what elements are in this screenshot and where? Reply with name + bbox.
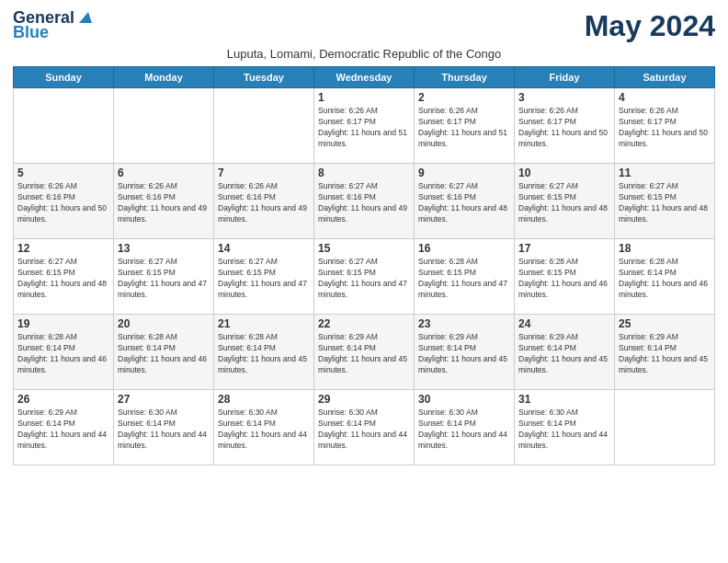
day-number: 27 [118,393,210,406]
day-number: 9 [418,167,510,179]
day-info: Sunrise: 6:27 AMSunset: 6:15 PMDaylight:… [518,181,610,225]
table-row: 7Sunrise: 6:26 AMSunset: 6:16 PMDaylight… [214,164,314,239]
calendar-table: Sunday Monday Tuesday Wednesday Thursday… [13,66,715,465]
col-monday: Monday [114,67,214,88]
table-row: 31Sunrise: 6:30 AMSunset: 6:14 PMDayligh… [515,390,615,465]
table-row [615,390,715,465]
table-row: 18Sunrise: 6:28 AMSunset: 6:14 PMDayligh… [615,239,715,315]
day-info: Sunrise: 6:28 AMSunset: 6:14 PMDaylight:… [118,332,210,376]
day-number: 17 [518,242,610,255]
day-info: Sunrise: 6:26 AMSunset: 6:17 PMDaylight:… [418,106,510,150]
day-number: 4 [619,91,711,104]
day-number: 8 [318,167,410,179]
day-number: 30 [418,393,510,406]
table-row: 5Sunrise: 6:26 AMSunset: 6:16 PMDaylight… [14,164,114,239]
day-info: Sunrise: 6:26 AMSunset: 6:17 PMDaylight:… [318,106,410,150]
day-number: 23 [418,317,510,330]
table-row: 4Sunrise: 6:26 AMSunset: 6:17 PMDaylight… [615,88,715,164]
day-info: Sunrise: 6:30 AMSunset: 6:14 PMDaylight:… [218,408,310,452]
day-info: Sunrise: 6:27 AMSunset: 6:16 PMDaylight:… [318,181,410,225]
logo-triangle-icon [75,8,92,25]
day-info: Sunrise: 6:29 AMSunset: 6:14 PMDaylight:… [418,332,510,376]
day-number: 6 [118,167,210,179]
header: General Blue May 2024 [13,9,715,43]
day-number: 31 [518,393,610,406]
day-number: 29 [318,393,410,406]
table-row: 23Sunrise: 6:29 AMSunset: 6:14 PMDayligh… [415,315,515,390]
table-row: 30Sunrise: 6:30 AMSunset: 6:14 PMDayligh… [415,390,515,465]
table-row: 26Sunrise: 6:29 AMSunset: 6:14 PMDayligh… [14,390,114,465]
day-number: 10 [518,167,610,179]
table-row: 19Sunrise: 6:28 AMSunset: 6:14 PMDayligh… [14,315,114,390]
table-row: 21Sunrise: 6:28 AMSunset: 6:14 PMDayligh… [214,315,314,390]
table-row: 27Sunrise: 6:30 AMSunset: 6:14 PMDayligh… [114,390,214,465]
table-row: 13Sunrise: 6:27 AMSunset: 6:15 PMDayligh… [114,239,214,315]
col-sunday: Sunday [14,67,114,88]
day-number: 3 [518,91,610,104]
day-info: Sunrise: 6:30 AMSunset: 6:14 PMDaylight:… [518,408,610,452]
table-row [114,88,214,164]
day-info: Sunrise: 6:30 AMSunset: 6:14 PMDaylight:… [318,408,410,452]
day-info: Sunrise: 6:27 AMSunset: 6:15 PMDaylight:… [118,257,210,301]
calendar-week-3: 12Sunrise: 6:27 AMSunset: 6:15 PMDayligh… [14,239,715,315]
day-number: 13 [118,242,210,255]
table-row: 16Sunrise: 6:28 AMSunset: 6:15 PMDayligh… [415,239,515,315]
day-number: 26 [17,393,109,406]
calendar-week-1: 1Sunrise: 6:26 AMSunset: 6:17 PMDaylight… [14,88,715,164]
table-row: 8Sunrise: 6:27 AMSunset: 6:16 PMDaylight… [314,164,415,239]
table-row: 22Sunrise: 6:29 AMSunset: 6:14 PMDayligh… [314,315,415,390]
day-number: 28 [218,393,310,406]
day-info: Sunrise: 6:30 AMSunset: 6:14 PMDaylight:… [418,408,510,452]
table-row: 3Sunrise: 6:26 AMSunset: 6:17 PMDaylight… [515,88,615,164]
calendar-header-row: Sunday Monday Tuesday Wednesday Thursday… [14,67,715,88]
page: General Blue May 2024 Luputa, Lomami, De… [0,0,728,563]
table-row: 6Sunrise: 6:26 AMSunset: 6:16 PMDaylight… [114,164,214,239]
table-row [214,88,314,164]
col-thursday: Thursday [415,67,515,88]
day-number: 2 [418,91,510,104]
col-wednesday: Wednesday [314,67,415,88]
table-row: 2Sunrise: 6:26 AMSunset: 6:17 PMDaylight… [415,88,515,164]
day-number: 25 [619,317,711,330]
day-number: 24 [518,317,610,330]
day-number: 16 [418,242,510,255]
day-number: 20 [118,317,210,330]
table-row: 1Sunrise: 6:26 AMSunset: 6:17 PMDaylight… [314,88,415,164]
table-row: 10Sunrise: 6:27 AMSunset: 6:15 PMDayligh… [515,164,615,239]
day-info: Sunrise: 6:26 AMSunset: 6:17 PMDaylight:… [518,106,610,150]
calendar-week-2: 5Sunrise: 6:26 AMSunset: 6:16 PMDaylight… [14,164,715,239]
day-info: Sunrise: 6:27 AMSunset: 6:15 PMDaylight:… [619,181,711,225]
day-info: Sunrise: 6:28 AMSunset: 6:15 PMDaylight:… [418,257,510,301]
table-row: 20Sunrise: 6:28 AMSunset: 6:14 PMDayligh… [114,315,214,390]
table-row: 15Sunrise: 6:27 AMSunset: 6:15 PMDayligh… [314,239,415,315]
table-row: 11Sunrise: 6:27 AMSunset: 6:15 PMDayligh… [615,164,715,239]
table-row: 12Sunrise: 6:27 AMSunset: 6:15 PMDayligh… [14,239,114,315]
day-number: 12 [17,242,109,255]
calendar-week-5: 26Sunrise: 6:29 AMSunset: 6:14 PMDayligh… [14,390,715,465]
day-info: Sunrise: 6:26 AMSunset: 6:16 PMDaylight:… [17,181,109,225]
month-title: May 2024 [585,9,715,43]
day-info: Sunrise: 6:27 AMSunset: 6:15 PMDaylight:… [318,257,410,301]
day-number: 1 [318,91,410,104]
day-info: Sunrise: 6:28 AMSunset: 6:14 PMDaylight:… [218,332,310,376]
day-info: Sunrise: 6:28 AMSunset: 6:14 PMDaylight:… [619,257,711,301]
day-number: 19 [17,317,109,330]
subtitle: Luputa, Lomami, Democratic Republic of t… [13,47,715,61]
day-info: Sunrise: 6:29 AMSunset: 6:14 PMDaylight:… [318,332,410,376]
day-number: 15 [318,242,410,255]
day-number: 7 [218,167,310,179]
day-number: 21 [218,317,310,330]
day-number: 18 [619,242,711,255]
col-friday: Friday [515,67,615,88]
day-info: Sunrise: 6:27 AMSunset: 6:16 PMDaylight:… [418,181,510,225]
day-info: Sunrise: 6:29 AMSunset: 6:14 PMDaylight:… [518,332,610,376]
day-number: 11 [619,167,711,179]
svg-marker-0 [79,12,92,23]
table-row: 14Sunrise: 6:27 AMSunset: 6:15 PMDayligh… [214,239,314,315]
table-row: 9Sunrise: 6:27 AMSunset: 6:16 PMDaylight… [415,164,515,239]
table-row [14,88,114,164]
day-info: Sunrise: 6:27 AMSunset: 6:15 PMDaylight:… [17,257,109,301]
calendar-week-4: 19Sunrise: 6:28 AMSunset: 6:14 PMDayligh… [14,315,715,390]
day-number: 14 [218,242,310,255]
day-info: Sunrise: 6:26 AMSunset: 6:16 PMDaylight:… [218,181,310,225]
